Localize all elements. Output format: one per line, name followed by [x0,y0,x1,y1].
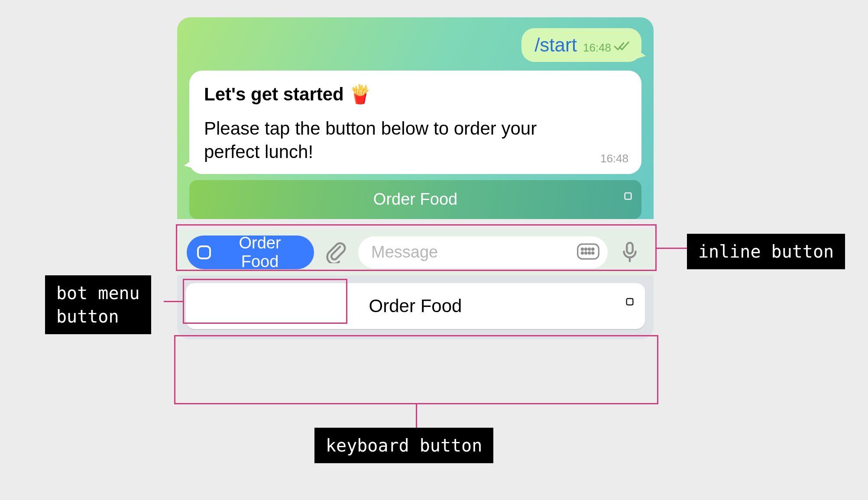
incoming-message-bubble: Let's get started 🍟 Please tap the butto… [189,71,641,174]
reply-keyboard-button-label: Order Food [369,296,462,316]
reply-keyboard-button[interactable]: Order Food [186,283,645,329]
inline-keyboard-button-label: Order Food [373,190,457,209]
annotation-highlight-keyboard [174,335,658,404]
svg-point-10 [592,252,594,254]
incoming-message-time: 16:48 [600,152,628,165]
annotation-label-keyboard: keyboard button [314,428,493,463]
svg-point-9 [588,252,590,254]
chat-panel: /start 16:48 Let's get started 🍟 Please … [177,17,654,339]
message-field[interactable] [358,236,608,268]
chat-background: /start 16:48 Let's get started 🍟 Please … [177,17,654,219]
webapp-icon [623,186,633,205]
attach-button[interactable] [322,237,350,267]
bot-menu-button[interactable]: Order Food [187,235,314,269]
annotation-connector [164,301,183,302]
svg-rect-1 [198,246,210,258]
outgoing-message-text: /start [534,34,577,56]
svg-point-3 [581,248,583,250]
custom-keyboard-toggle[interactable] [577,242,600,262]
annotation-label-menu: bot menu button [45,275,151,334]
outgoing-message-row: /start 16:48 [189,28,641,62]
svg-point-4 [585,248,587,250]
annotation-connector [416,404,417,428]
incoming-message-title: Let's get started 🍟 [204,84,627,105]
svg-rect-11 [627,243,633,254]
webapp-icon [625,290,635,311]
outgoing-message-time: 16:48 [583,41,611,55]
voice-message-button[interactable] [615,237,644,267]
message-input[interactable] [371,243,577,261]
microphone-icon [618,258,641,265]
svg-rect-0 [625,193,632,199]
svg-point-7 [581,252,583,254]
svg-rect-2 [578,244,599,259]
outgoing-message-bubble: /start 16:48 [521,28,641,62]
read-ticks-icon [614,40,630,52]
bot-menu-button-label: Order Food [219,234,301,271]
reply-keyboard: Order Food [177,275,654,339]
inline-keyboard-button[interactable]: Order Food [189,180,641,219]
svg-point-8 [585,252,587,254]
svg-rect-12 [627,298,633,305]
keyboard-icon [577,256,600,262]
svg-point-6 [592,248,594,250]
svg-point-5 [588,248,590,250]
annotation-connector [657,248,687,249]
annotation-label-inline: inline button [687,234,845,269]
message-input-bar: Order Food [177,229,654,275]
incoming-message-body: Please tap the button below to order you… [204,117,627,164]
webapp-icon [195,244,213,261]
paperclip-icon [324,258,348,265]
